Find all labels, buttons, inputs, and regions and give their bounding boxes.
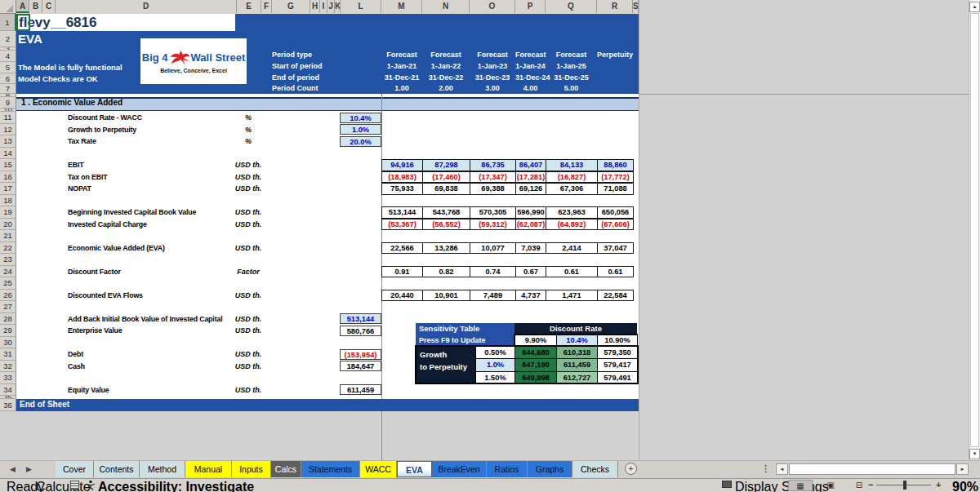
column-header-F[interactable]: F bbox=[261, 0, 272, 13]
cell-value-r22-c1[interactable]: 22,566 bbox=[381, 242, 423, 255]
cell-value-r24-c5[interactable]: 0.61 bbox=[546, 266, 598, 278]
cell-value-r26-c6[interactable]: 22,584 bbox=[597, 290, 634, 302]
sensitivity-cell-r2-c2[interactable]: 611,459 bbox=[556, 358, 598, 371]
column-header-P[interactable]: P bbox=[515, 0, 546, 13]
column-header-H[interactable]: H bbox=[310, 0, 320, 13]
row-header-7[interactable]: 7 bbox=[0, 84, 16, 94]
row-label-26[interactable]: Discounted EVA Flows bbox=[68, 291, 143, 299]
sensitivity-cell-r2-c3[interactable]: 579,417 bbox=[597, 358, 638, 371]
summary-cell-L28[interactable]: 513,144 bbox=[340, 313, 381, 324]
cell-value-r19-c1[interactable]: 513,144 bbox=[381, 206, 423, 219]
tab-scroll-right-icon[interactable]: ▶ bbox=[26, 465, 32, 473]
cell-value-r22-c4[interactable]: 7,039 bbox=[515, 242, 546, 255]
row-header-26[interactable]: 26 bbox=[0, 290, 16, 302]
cell-value-r22-c6[interactable]: 37,047 bbox=[597, 242, 634, 255]
page-layout-view-button[interactable]: ▣ bbox=[818, 480, 843, 491]
row-unit-15[interactable]: USD th. bbox=[234, 161, 263, 169]
sensitivity-rowval-1[interactable]: 0.50% bbox=[475, 346, 515, 359]
row-header-31[interactable]: 31 bbox=[0, 348, 16, 361]
column-header-R[interactable]: R bbox=[597, 0, 633, 13]
column-header-C[interactable]: C bbox=[42, 0, 56, 13]
summary-cell-L32[interactable]: 184,647 bbox=[340, 361, 381, 371]
row-header-11[interactable]: 11 bbox=[0, 112, 16, 124]
sensitivity-rowval-3[interactable]: 1.50% bbox=[475, 371, 515, 384]
cell-value-r20-c3[interactable]: (59,312) bbox=[470, 219, 516, 231]
column-header-D[interactable]: D bbox=[56, 0, 237, 13]
input-cell-L11[interactable]: 10.4% bbox=[340, 113, 381, 123]
input-cell-L12[interactable]: 1.0% bbox=[340, 124, 381, 135]
cell-value-r17-c5[interactable]: 67,306 bbox=[546, 183, 598, 195]
sensitivity-cell-r2-c1[interactable]: 647,190 bbox=[514, 358, 557, 371]
row-label-31[interactable]: Debt bbox=[68, 350, 83, 358]
row-label-17[interactable]: NOPAT bbox=[68, 184, 91, 193]
cell-value-r26-c3[interactable]: 7,489 bbox=[470, 290, 516, 302]
column-header-N[interactable]: N bbox=[422, 0, 470, 13]
sensitivity-colval-1[interactable]: 9.90% bbox=[514, 335, 557, 346]
row-label-11[interactable]: Discount Rate - WACC bbox=[68, 113, 142, 122]
normal-view-button[interactable]: ▦ bbox=[788, 480, 813, 491]
tab-manual[interactable]: Manual bbox=[185, 461, 232, 477]
row-header-24[interactable]: 24 bbox=[0, 266, 16, 278]
row-label-24[interactable]: Discount Factor bbox=[68, 268, 121, 276]
cell-value-r15-c1[interactable]: 94,916 bbox=[381, 159, 423, 171]
cell-value-r17-c1[interactable]: 75,933 bbox=[381, 183, 423, 195]
column-header-S[interactable]: S bbox=[633, 0, 639, 13]
row-header-15[interactable]: 15 bbox=[0, 159, 16, 171]
column-header-Q[interactable]: Q bbox=[546, 0, 597, 13]
status-display-settings[interactable]: Display Settings bbox=[735, 480, 829, 492]
tab-inputs[interactable]: Inputs bbox=[232, 461, 271, 477]
tab-ratios[interactable]: Ratios bbox=[487, 461, 528, 477]
row-unit-24[interactable]: Factor bbox=[234, 268, 263, 276]
cell-value-r17-c6[interactable]: 71,088 bbox=[597, 183, 634, 195]
sensitivity-cell-r3-c2[interactable]: 612,727 bbox=[556, 371, 598, 384]
row-unit-28[interactable]: USD th. bbox=[234, 315, 263, 323]
row-label-12[interactable]: Growth to Perpetuity bbox=[68, 126, 136, 134]
row-header-14[interactable]: 14 bbox=[0, 148, 16, 160]
row-header-9[interactable]: 9 bbox=[0, 97, 16, 109]
row-label-32[interactable]: Cash bbox=[68, 362, 85, 370]
scroll-down-button[interactable]: ▼ bbox=[969, 449, 980, 459]
hscroll-right-button[interactable]: ► bbox=[956, 463, 969, 475]
row-label-15[interactable]: EBIT bbox=[68, 161, 83, 169]
horizontal-scrollbar-track[interactable] bbox=[789, 463, 956, 475]
row-header-25[interactable]: 25 bbox=[0, 277, 16, 290]
tab-scroll-left-icon[interactable]: ◀ bbox=[10, 465, 16, 473]
tab-wacc[interactable]: WACC bbox=[360, 461, 397, 477]
row-header-13[interactable]: 13 bbox=[0, 135, 16, 148]
column-header-G[interactable]: G bbox=[272, 0, 310, 13]
cell-value-r19-c2[interactable]: 543,768 bbox=[422, 206, 470, 219]
macro-record-icon[interactable] bbox=[70, 481, 79, 490]
row-header-12[interactable]: 12 bbox=[0, 124, 16, 136]
column-header-M[interactable]: M bbox=[381, 0, 422, 13]
row-unit-32[interactable]: USD th. bbox=[234, 362, 263, 370]
cell-value-r20-c6[interactable]: (67,606) bbox=[597, 219, 634, 231]
cell-value-r20-c2[interactable]: (56,552) bbox=[422, 219, 470, 231]
row-header-5[interactable]: 5 bbox=[0, 62, 16, 73]
cell-value-r24-c2[interactable]: 0.82 bbox=[422, 266, 470, 278]
row-header-18[interactable]: 18 bbox=[0, 195, 16, 207]
summary-cell-L34[interactable]: 611,459 bbox=[340, 384, 381, 395]
row-header-21[interactable]: 21 bbox=[0, 230, 16, 242]
tab-graphs[interactable]: Graphs bbox=[528, 461, 572, 477]
row-label-29[interactable]: Enterprise Value bbox=[68, 326, 122, 335]
row-header-29[interactable]: 29 bbox=[0, 325, 16, 337]
cell-value-r19-c3[interactable]: 570,305 bbox=[470, 206, 516, 219]
row-header-16[interactable]: 16 bbox=[0, 171, 16, 184]
tab-checks[interactable]: Checks bbox=[572, 461, 618, 477]
row-unit-34[interactable]: USD th. bbox=[234, 386, 263, 394]
cell-value-r16-c6[interactable]: (17,772) bbox=[597, 171, 634, 184]
row-label-20[interactable]: Invested Capital Charge bbox=[68, 220, 147, 228]
row-label-16[interactable]: Tax on EBIT bbox=[68, 173, 108, 181]
row-label-19[interactable]: Beginning Invested Capital Book Value bbox=[68, 208, 196, 216]
summary-cell-L29[interactable]: 580,766 bbox=[340, 326, 381, 336]
row-unit-12[interactable]: % bbox=[234, 126, 263, 134]
row-header-20[interactable]: 20 bbox=[0, 219, 16, 231]
row-label-34[interactable]: Equity Value bbox=[68, 386, 109, 394]
cell-value-r19-c4[interactable]: 596,990 bbox=[515, 206, 546, 219]
column-header-I[interactable]: I bbox=[320, 0, 327, 13]
hscroll-left-button[interactable]: ◄ bbox=[776, 463, 788, 475]
cell-value-r22-c3[interactable]: 10,077 bbox=[470, 242, 516, 255]
cell-value-r24-c6[interactable]: 0.61 bbox=[597, 266, 634, 278]
cell-value-r24-c4[interactable]: 0.67 bbox=[515, 266, 546, 278]
cell-value-r15-c3[interactable]: 86,735 bbox=[470, 159, 516, 171]
